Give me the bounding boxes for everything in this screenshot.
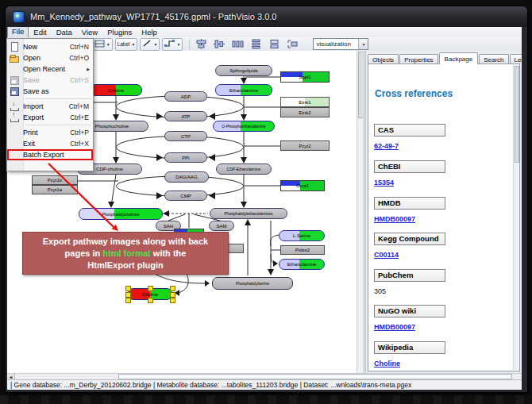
distribute-vertical-icon[interactable] xyxy=(249,38,264,51)
tab-backpage[interactable]: Backpage xyxy=(439,52,479,64)
selection-handle[interactable] xyxy=(125,298,131,303)
pathway-node-sam[interactable]: SAM xyxy=(209,221,234,231)
export-icon xyxy=(10,113,20,122)
selection-handle[interactable] xyxy=(170,298,175,303)
pathway-node-ethanolamine[interactable]: Ethanolamine xyxy=(215,84,272,96)
section-header: CAS xyxy=(374,124,445,137)
pathway-node-sphingolipids[interactable]: Sphingolipids xyxy=(215,65,272,76)
pathway-node-pcyt2[interactable]: Pcyt2 xyxy=(280,140,330,151)
file-menu-item-exit[interactable]: ExitCtrl+X xyxy=(7,138,93,149)
crossref-link-62-49-7[interactable]: 62-49-7 xyxy=(374,142,399,150)
ungroup-icon[interactable] xyxy=(285,38,300,51)
pathway-node-phosphatidylserine[interactable]: Phosphatidylserine xyxy=(212,277,293,290)
scrollbar-thumb[interactable] xyxy=(118,374,512,379)
file-menu-item-open[interactable]: OpenCtrl+O xyxy=(7,52,93,63)
pathway-node-dag-aag[interactable]: DAG/AAG xyxy=(164,171,209,183)
pathway-node-adp[interactable]: ADP xyxy=(164,91,207,102)
side-panel-tabs: ObjectsPropertiesBackpageSearchLegend xyxy=(368,52,520,64)
menubar-item-edit[interactable]: Edit xyxy=(29,27,51,37)
selection-handle[interactable] xyxy=(148,286,153,291)
selection-handle[interactable] xyxy=(170,292,175,298)
menu-item-shortcut: Ctrl+M xyxy=(69,102,93,110)
pathway-node-cept1[interactable]: Cept1 xyxy=(280,180,325,191)
chevron-down-icon[interactable]: ▼ xyxy=(106,42,110,47)
menu-item-label: New xyxy=(23,43,70,51)
crossref-link-hmdb00097[interactable]: HMDB00097 xyxy=(374,215,415,223)
pathway-node-atp[interactable]: ATP xyxy=(164,111,207,121)
pathway-node-ethanolamine[interactable]: Ethanolamine xyxy=(279,259,325,270)
selection-handle[interactable] xyxy=(170,286,175,291)
label-tool-text: Label xyxy=(118,41,130,47)
pathway-node-choline[interactable]: Choline xyxy=(90,84,142,96)
title-bar[interactable]: Mm_Kennedy_pathway_WP1771_45176.gpml - P… xyxy=(6,6,527,27)
menubar-item-view[interactable]: View xyxy=(77,27,102,37)
file-menu-item-batch-export[interactable]: Batch Export xyxy=(7,149,93,160)
file-menu-item-save[interactable]: SaveCtrl+S xyxy=(7,75,93,86)
callout-highlight: html format xyxy=(102,248,151,258)
line-tool-button[interactable]: ▼ xyxy=(140,38,160,51)
align-middle-icon[interactable] xyxy=(212,38,227,51)
alignment-icon-group xyxy=(194,38,303,51)
crossref-link-hmdb00097[interactable]: HMDB00097 xyxy=(374,323,415,331)
file-menu-item-import[interactable]: ImportCtrl+M xyxy=(7,101,93,112)
pathway-node-o-phosphoethanolamine[interactable]: O-Phosphoethanolamine xyxy=(213,121,275,132)
pathvisio-app-icon xyxy=(13,11,25,23)
pathway-node-pcyt1a[interactable]: Pcyt1a xyxy=(32,185,78,194)
distribute-horizontal-icon[interactable] xyxy=(230,38,245,51)
file-menu-item-new[interactable]: NewCtrl+N xyxy=(7,41,93,52)
section-header: HMDB xyxy=(374,197,445,210)
pathway-node-phosphatidylcholines[interactable]: Phosphatidylcholines xyxy=(79,208,163,220)
backpage-section-hmdb: HMDBHMDB00097 xyxy=(374,197,445,225)
pathway-node-phosphatidylethanolamines[interactable]: Phosphatidylethanolamines xyxy=(210,208,287,219)
pathway-node-cmp[interactable]: CMP xyxy=(164,190,207,201)
selection-handle[interactable] xyxy=(125,292,131,298)
pathway-node-etnk2[interactable]: Etnk2 xyxy=(280,107,330,117)
menubar-item-data[interactable]: Data xyxy=(52,27,77,37)
chevron-down-icon[interactable]: ▼ xyxy=(132,42,136,47)
pathway-node-ctp[interactable]: CTP xyxy=(164,131,207,141)
file-menu-item-open-recent[interactable]: Open Recent▶ xyxy=(7,63,93,75)
connector-tool-button[interactable]: ▼ xyxy=(162,38,183,51)
chevron-down-icon[interactable]: ▼ xyxy=(358,39,368,49)
file-menu-item-export[interactable]: ExportCtrl+E xyxy=(7,112,93,123)
visualization-combobox[interactable]: visualization ▼ xyxy=(313,38,368,50)
chevron-down-icon[interactable]: ▼ xyxy=(176,42,180,47)
pathway-node-cdp-ethanolamine[interactable]: CDP-Ethanolamine xyxy=(216,164,272,175)
pathway-node-l-serine[interactable]: L-Serine xyxy=(279,230,325,241)
menubar-item-help[interactable]: Help xyxy=(137,27,162,37)
scrollbar-thumb[interactable] xyxy=(515,66,519,163)
menu-item-label: Import xyxy=(23,102,69,110)
selection-handle[interactable] xyxy=(125,286,131,291)
callout-line-3: HtmlExport plugin xyxy=(23,260,228,271)
stack-vertical-icon[interactable] xyxy=(267,38,282,51)
menubar-item-plugins[interactable]: Plugins xyxy=(102,27,137,37)
align-center-icon[interactable] xyxy=(194,38,209,51)
crossref-link-choline[interactable]: Choline xyxy=(374,360,400,367)
submenu-arrow-icon: ▶ xyxy=(87,67,90,71)
file-menu-item-save-as[interactable]: Save as xyxy=(7,86,93,97)
crossref-link-15354[interactable]: 15354 xyxy=(374,179,394,187)
pathway-node-ppi[interactable]: PPi xyxy=(164,152,207,163)
section-header: ChEBI xyxy=(374,160,445,173)
new-file-icon xyxy=(10,42,20,52)
pathway-node-pcyt1b[interactable]: Pcyt1b xyxy=(32,175,78,185)
export-callout-box: Export pathway images along with back pa… xyxy=(22,232,229,275)
callout-line-2: pages in html format with the xyxy=(23,248,228,260)
pathway-node-ptdss2[interactable]: Ptdss2 xyxy=(280,245,325,255)
panel-scrollbar[interactable] xyxy=(513,65,519,370)
menubar-item-file[interactable]: File xyxy=(7,27,29,38)
backpage-panel: Cross references Expression data CAS62-4… xyxy=(368,63,520,371)
menu-item-label: Exit xyxy=(23,140,70,148)
window-title: Mm_Kennedy_pathway_WP1771_45176.gpml - P… xyxy=(30,12,276,21)
pathway-node-etnk1[interactable]: Etnk1 xyxy=(280,97,330,107)
selection-handle[interactable] xyxy=(148,298,153,303)
menu-item-icon-empty xyxy=(10,139,20,148)
open-folder-icon xyxy=(10,53,20,63)
crossref-link-c00114[interactable]: C00114 xyxy=(374,251,399,259)
chevron-down-icon[interactable]: ▼ xyxy=(153,42,157,47)
pathway-node-sgpl1[interactable]: Sgpl1 xyxy=(280,71,330,83)
file-menu-item-print[interactable]: PrintCtrl+P xyxy=(7,127,93,138)
pathvisio-window: Mm_Kennedy_pathway_WP1771_45176.gpml - P… xyxy=(5,6,528,393)
gene-tool-button[interactable]: ▼ xyxy=(92,38,113,51)
label-tool-button[interactable]: Label ▼ xyxy=(115,38,138,51)
